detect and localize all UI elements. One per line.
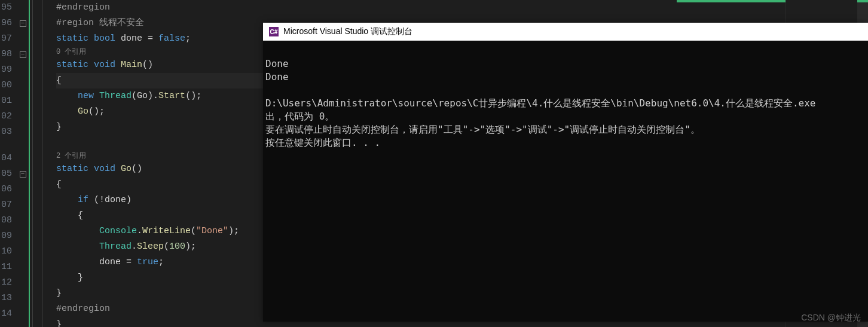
method-main: Main [121,60,142,70]
line-number-gutter: 95 96 97 98 99 00 01 02 03 04 05 06 07 0… [0,0,17,327]
line-number: 07 [0,197,12,213]
console-line: Done [265,71,289,82]
debug-console-window[interactable]: C# Microsoft Visual Studio 调试控制台 Done Do… [263,23,868,322]
codelens-references[interactable]: 0 个引用 [56,48,86,56]
line-number: 13 [0,291,12,306]
console-line: 要在调试停止时自动关闭控制台，请启用"工具"->"选项"->"调试"->"调试停… [265,124,700,135]
method-sleep: Sleep [137,242,164,252]
literal-false: false [158,33,185,44]
method-start: Start [158,91,185,101]
literal-true: true [137,257,158,267]
number-100: 100 [169,242,185,252]
line-number: 00 [0,78,12,93]
region-end: #endregion [56,2,110,13]
line-number: 99 [0,62,12,78]
line-number: 97 [0,31,12,47]
indent-guides [30,0,54,327]
line-number: 98 [0,47,12,62]
console-line: 出，代码为 0。 [265,111,334,122]
line-number: 08 [0,213,12,228]
console-line: Done [265,58,289,69]
line-number: 03 [0,124,12,140]
fold-toggle-icon[interactable]: − [20,20,26,27]
console-title: Microsoft Visual Studio 调试控制台 [283,26,412,37]
line-number: 12 [0,275,12,291]
type-void: void [94,60,115,70]
console-output[interactable]: Done Done D:\Users\Administrator\source\… [263,41,868,166]
line-number: 11 [0,259,12,275]
fold-toggle-icon[interactable]: − [20,171,26,178]
fold-gutter[interactable]: − − − [17,0,30,327]
line-number: 02 [0,109,12,124]
visual-studio-icon: C# [269,27,279,36]
console-line: D:\Users\Administrator\source\repos\C廿异步… [265,97,816,109]
keyword-new: new [78,91,94,101]
line-number: 05 [0,166,12,182]
method-go: Go [121,164,132,174]
line-number: 10 [0,244,12,259]
line-number: 04 [0,151,12,166]
line-number: 01 [0,93,12,109]
codelens-references[interactable]: 2 个引用 [56,152,86,160]
line-number: 09 [0,228,12,244]
method-writeline: WriteLine [142,226,191,236]
line-number: 96 [0,16,12,31]
console-titlebar[interactable]: C# Microsoft Visual Studio 调试控制台 [263,23,868,41]
region-start: #region 线程不安全 [56,18,144,28]
var-done: done [121,33,142,44]
type-bool: bool [94,33,115,44]
class-thread: Thread [99,91,132,101]
fold-toggle-icon[interactable]: − [20,51,26,58]
watermark: CSDN @钟进光 [801,313,861,323]
console-line: 按任意键关闭此窗口. . . [265,137,380,148]
keyword-if: if [78,195,88,205]
line-number: 14 [0,306,12,322]
string-done: "Done" [196,226,228,236]
line-number: 95 [0,0,12,16]
line-number: 06 [0,182,12,197]
keyword-static: static [56,33,88,44]
class-console: Console [99,226,137,236]
